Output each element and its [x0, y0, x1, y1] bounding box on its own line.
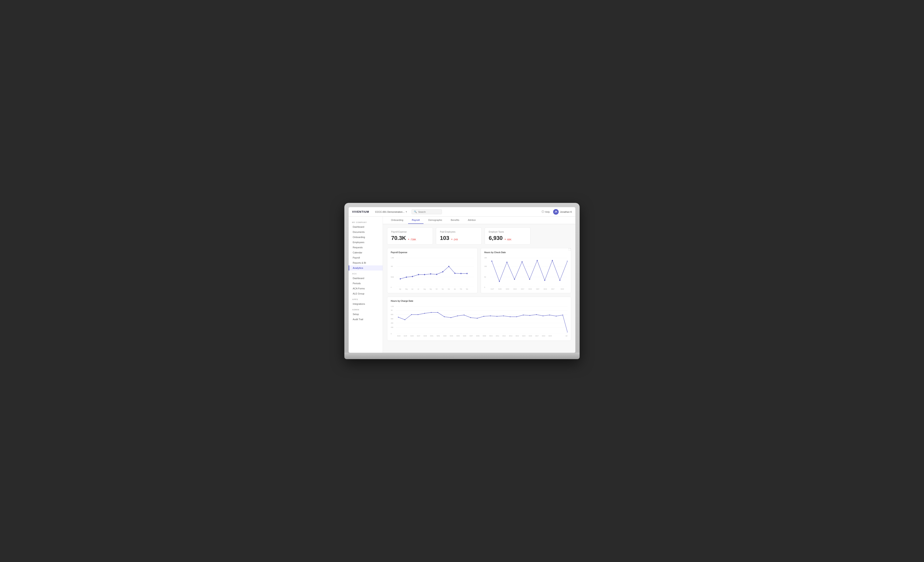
- svg-text:0: 0: [391, 333, 392, 335]
- svg-point-12: [424, 274, 425, 275]
- sidebar-section-admin: ADMIN: [349, 307, 382, 312]
- svg-text:02/10: 02/10: [513, 288, 517, 290]
- svg-text:5K: 5K: [484, 276, 486, 278]
- svg-text:200: 200: [391, 326, 393, 329]
- svg-point-76: [405, 319, 405, 320]
- company-selector[interactable]: CCCC-001 Demonstration... ▼: [374, 210, 409, 214]
- sidebar-item-audit-trail[interactable]: Audit Trail: [349, 317, 382, 322]
- sidebar-item-requests[interactable]: Requests: [349, 245, 382, 250]
- tab-payroll[interactable]: Payroll: [408, 216, 424, 224]
- tab-onboarding[interactable]: Onboarding: [387, 216, 407, 224]
- chart-area-payroll-expense: 1.5M 1M 500K 0: [391, 256, 474, 290]
- chart-title-hours-check-date: Hours by Check Date: [484, 251, 567, 254]
- content-inner: Payroll Expense 70.3K ▼ -738K: [383, 224, 575, 353]
- chart-area-hours-check-date: 15K 10K 5K 0: [484, 256, 567, 290]
- svg-point-78: [418, 314, 418, 315]
- down-arrow-icon-2: ▼: [451, 238, 453, 240]
- svg-text:02/17: 02/17: [521, 288, 525, 290]
- svg-text:Jul: Jul: [417, 288, 419, 290]
- svg-point-88: [483, 316, 484, 317]
- svg-point-93: [516, 316, 517, 317]
- sidebar-item-analytics[interactable]: Analytics: [349, 265, 382, 270]
- delta-value-payroll-expense: -738K: [410, 238, 416, 241]
- company-name: CCCC-001 Demonstration...: [375, 210, 405, 213]
- svg-point-45: [529, 279, 530, 280]
- sidebar-item-integrations[interactable]: Integrations: [349, 301, 382, 307]
- svg-text:02/28: 02/28: [423, 335, 427, 337]
- sidebar-item-dashboard[interactable]: Dashboard: [349, 224, 382, 230]
- svg-point-77: [411, 314, 412, 315]
- svg-text:Feb: Feb: [460, 288, 462, 290]
- svg-point-90: [496, 316, 498, 317]
- chart-area-hours-charge-date: 1.2K 1K 800 600 400 200 0: [391, 304, 567, 338]
- svg-point-83: [450, 317, 451, 318]
- svg-text:03/07: 03/07: [470, 335, 473, 337]
- sidebar-item-aca-dashboard[interactable]: Dashboard: [349, 276, 382, 281]
- svg-text:Sep: Sep: [430, 288, 432, 290]
- svg-text:03/10: 03/10: [544, 288, 547, 290]
- metric-paid-employees: Paid Employees 103 ▼ -249: [436, 227, 482, 245]
- svg-text:03/24: 03/24: [561, 288, 564, 290]
- svg-text:1.5M: 1.5M: [391, 257, 394, 259]
- svg-text:03/15: 03/15: [522, 335, 525, 337]
- search-box[interactable]: 🔍: [411, 209, 442, 214]
- tab-benefits[interactable]: Benefits: [447, 216, 463, 224]
- metric-value-row-paid-employees: 103 ▼ -249: [440, 235, 478, 241]
- svg-text:03/17: 03/17: [551, 288, 555, 290]
- svg-point-14: [436, 274, 437, 275]
- svg-text:03/01: 03/01: [430, 335, 434, 337]
- main-body: MY COMPANY Dashboard Documents Onboardin…: [349, 216, 575, 353]
- sidebar-item-periods[interactable]: Periods: [349, 281, 382, 286]
- svg-text:Nov: Nov: [442, 288, 444, 290]
- metric-value-employer-taxes: 6,930: [489, 235, 502, 241]
- svg-point-41: [499, 281, 500, 282]
- svg-text:1.2K: 1.2K: [391, 305, 394, 308]
- svg-point-44: [522, 261, 522, 262]
- svg-point-49: [560, 280, 560, 281]
- tab-bar: Onboarding Payroll Demographic Benefits …: [383, 216, 575, 224]
- svg-text:400: 400: [391, 322, 393, 324]
- svg-text:01/27: 01/27: [490, 288, 494, 290]
- expand-icon[interactable]: ⛶: [569, 248, 571, 251]
- sidebar-item-aca-forms[interactable]: ACA Forms: [349, 286, 382, 291]
- sidebar-item-reports[interactable]: Reports & BI: [349, 260, 382, 265]
- sidebar-item-employees[interactable]: Employees: [349, 240, 382, 245]
- sidebar-item-payroll[interactable]: Payroll: [349, 255, 382, 260]
- svg-point-81: [437, 312, 438, 313]
- delta-value-paid-employees: -249: [453, 238, 458, 241]
- search-input[interactable]: [418, 210, 440, 213]
- sidebar-item-calendar[interactable]: Calendar: [349, 250, 382, 255]
- svg-point-48: [552, 260, 553, 261]
- sidebar-item-setup[interactable]: Setup: [349, 312, 382, 317]
- svg-text:1K: 1K: [391, 309, 393, 311]
- metric-label-paid-employees: Paid Employees: [440, 231, 478, 233]
- svg-text:10K: 10K: [484, 265, 487, 267]
- svg-text:May: May: [405, 288, 408, 290]
- metric-value-payroll-expense: 70.3K: [391, 235, 406, 241]
- svg-text:03/02: 03/02: [436, 335, 440, 337]
- metric-label-payroll-expense: Payroll Expense: [391, 231, 429, 233]
- svg-text:03/13: 03/13: [509, 335, 513, 337]
- svg-text:Dec: Dec: [448, 288, 450, 290]
- svg-text:03/07: 03/07: [536, 288, 539, 290]
- sidebar-item-documents[interactable]: Documents: [349, 230, 382, 234]
- svg-point-100: [562, 315, 563, 316]
- svg-point-19: [466, 273, 468, 274]
- metrics-row: Payroll Expense 70.3K ▼ -738K: [387, 227, 571, 245]
- svg-text:03/06: 03/06: [463, 335, 466, 337]
- sidebar-item-onboarding[interactable]: Onboarding: [349, 234, 382, 240]
- svg-text:Jun: Jun: [411, 288, 414, 290]
- sidebar-item-ale-group[interactable]: ALE Group: [349, 291, 382, 296]
- svg-point-101: [567, 332, 567, 332]
- help-button[interactable]: ⓘ Help: [542, 210, 550, 213]
- content: Onboarding Payroll Demographic Benefits …: [383, 216, 575, 353]
- user-name: Jonathan K: [560, 210, 572, 213]
- metric-delta-paid-employees: ▼ -249: [451, 238, 458, 241]
- tab-attrition[interactable]: Attrition: [464, 216, 480, 224]
- help-label: Help: [545, 210, 550, 213]
- svg-point-98: [549, 315, 550, 316]
- svg-text:03/17: 03/17: [536, 335, 539, 337]
- user-info[interactable]: JK Jonathan K: [553, 209, 572, 215]
- svg-point-43: [514, 279, 515, 280]
- tab-demographic[interactable]: Demographic: [424, 216, 446, 224]
